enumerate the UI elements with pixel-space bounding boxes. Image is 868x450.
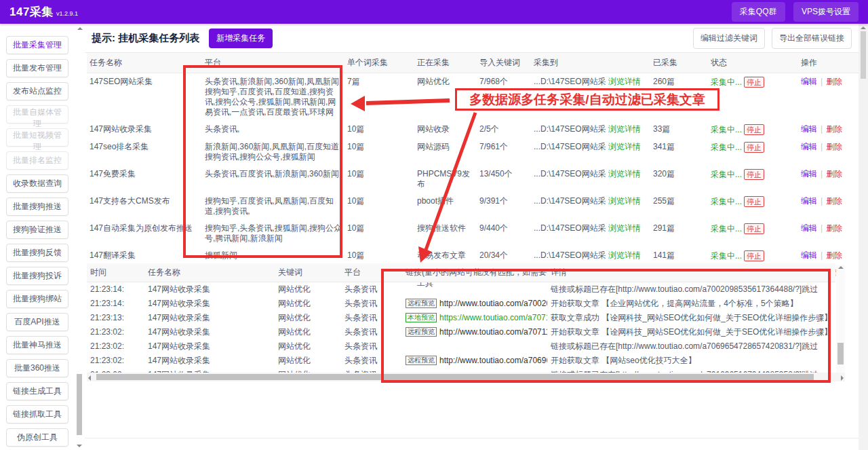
edit-link[interactable]: 编辑 [801, 124, 817, 134]
log-platform: 头条资讯 [341, 339, 402, 354]
task-imported-keywords: 9/440个 [477, 220, 531, 247]
task-collect-to: ...D:\147SEO网站采 浏览详情 [531, 166, 650, 193]
sidebar-item[interactable]: 批量发布管理 [6, 59, 68, 77]
log-detail: 链接或标题已存在[http://www.toutiao.com/a7069654… [547, 339, 835, 354]
edit-link[interactable]: 编辑 [801, 250, 817, 260]
sidebar-item[interactable]: 百度API推送 [6, 313, 68, 331]
page-scrollbar[interactable] [859, 24, 868, 450]
column-header: 平台 [202, 53, 344, 73]
stop-button[interactable]: 停止 [744, 77, 764, 88]
browse-details-link[interactable]: 浏览详情 [608, 77, 641, 86]
status-running-label: 采集中... [711, 251, 742, 261]
column-header: 单个词采集 [344, 53, 414, 73]
remote-preview-badge[interactable]: 远程预览 [406, 299, 437, 308]
log-time: 21:23:13: [87, 311, 144, 325]
task-name: 147网站收录采集 [87, 121, 202, 138]
task-per-word-count: 10篇 [344, 121, 414, 138]
scroll-up-icon[interactable] [861, 26, 866, 29]
local-preview-badge[interactable]: 本地预览 [406, 313, 437, 322]
sidebar-item[interactable]: 批量采集管理 [6, 36, 68, 54]
log-link-cell: 本地预览https://www.toutiao.com/a70711226371… [402, 311, 547, 325]
delete-link[interactable]: 删除 [826, 169, 842, 179]
scroll-right-icon[interactable] [841, 375, 844, 381]
edit-link[interactable]: 编辑 [801, 77, 817, 86]
browse-details-link[interactable]: 浏览详情 [608, 223, 641, 233]
log-row: 21:23:02:147网站收录采集网站优化头条资讯链接或标题已存在[http:… [87, 339, 835, 354]
delete-link[interactable]: 删除 [826, 196, 842, 206]
column-header: 链接(量小的网站可能没有匹配，如需要可群内反馈增加规则) [402, 263, 547, 282]
task-per-word-count: 10篇 [344, 220, 414, 247]
sidebar-item[interactable]: 收录数据查询 [6, 174, 68, 193]
task-row: 147seo排名采集新浪新闻,360新闻,凤凰新闻,百度知道,搜狗资讯,搜狗公众… [87, 138, 859, 166]
log-vscroll-thumb[interactable] [837, 343, 844, 364]
edit-link[interactable]: 编辑 [801, 196, 817, 206]
stop-button[interactable]: 停止 [744, 169, 764, 180]
delete-link[interactable]: 删除 [826, 142, 842, 151]
remote-preview-badge[interactable]: 远程预览 [406, 356, 437, 365]
sidebar-item[interactable]: 批量搜狗投诉 [6, 267, 68, 285]
task-collect-to: ...D:\147SEO网站采 浏览详情 [531, 73, 650, 121]
edit-filter-keywords-button[interactable]: 编辑过滤关键词 [693, 28, 765, 49]
column-header: 平台 [341, 263, 402, 282]
qq-group-button[interactable]: 采集QQ群 [732, 2, 785, 22]
browse-details-link[interactable]: 浏览详情 [608, 142, 641, 151]
delete-link[interactable]: 删除 [826, 223, 842, 233]
status-running-label: 采集中... [711, 125, 742, 134]
task-row: 147支持各大CMS发布搜狗知乎,百度资讯,凤凰新闻,百度知道,搜狗资讯,10篇… [87, 193, 859, 220]
scroll-left-icon[interactable] [88, 375, 91, 381]
page-scrollbar-thumb[interactable] [861, 31, 866, 79]
delete-link[interactable]: 删除 [826, 250, 842, 260]
log-hscroll-thumb[interactable] [96, 374, 814, 380]
edit-link[interactable]: 编辑 [801, 169, 817, 179]
edit-link[interactable]: 编辑 [801, 142, 817, 151]
log-time: 21:23:14: [87, 282, 144, 297]
delete-link[interactable]: 删除 [826, 124, 842, 134]
log-vertical-scrollbar[interactable] [836, 265, 845, 380]
log-link[interactable]: http://www.toutiao.com/a7002098535617364… [439, 299, 547, 308]
sidebar-item[interactable]: 伪原创工具 [6, 428, 68, 447]
sidebar-item[interactable]: 批量360推送 [6, 359, 68, 377]
task-platforms: 新浪新闻,360新闻,凤凰新闻,百度知道,搜狗资讯,搜狗公众号,搜狐新闻 [202, 138, 344, 166]
stop-button[interactable]: 停止 [744, 250, 764, 261]
scroll-up-icon[interactable] [838, 266, 844, 269]
sidebar-scrollbar[interactable] [75, 26, 84, 450]
stop-button[interactable]: 停止 [744, 196, 764, 207]
stop-button[interactable]: 停止 [744, 124, 764, 135]
browse-details-link[interactable]: 浏览详情 [608, 169, 641, 179]
task-per-word-count: 10篇 [344, 166, 414, 193]
log-link[interactable]: https://www.toutiao.com/a707112263715771… [439, 313, 547, 322]
edit-link[interactable]: 编辑 [801, 223, 817, 233]
task-per-word-count: 10篇 [344, 193, 414, 220]
remote-preview-badge[interactable]: 远程预览 [406, 327, 437, 337]
log-link[interactable]: http://www.toutiao.com/a7069654728657420… [439, 356, 547, 365]
sidebar-item[interactable]: 批量搜狗绑站 [6, 290, 68, 308]
log-detail: 开始获取文章 【企业网站优化，提高网站流量，4个标准，5个策略】 [547, 297, 835, 311]
sidebar-item[interactable]: 搜狗验证推送 [6, 221, 68, 239]
new-task-button[interactable]: 新增采集任务 [209, 29, 273, 48]
log-link[interactable]: http://www.toutiao.com/a7071122637157712… [439, 327, 547, 337]
sidebar-item[interactable]: 批量搜狗反馈 [6, 244, 68, 262]
browse-details-link[interactable]: 浏览详情 [608, 196, 641, 206]
sidebar-item[interactable]: 批量搜狗推送 [6, 198, 68, 216]
scroll-up-icon[interactable] [77, 27, 83, 30]
delete-link[interactable]: 删除 [826, 77, 842, 86]
task-actions: 编辑|删除 [798, 166, 859, 193]
log-keyword: 网站优化 [275, 282, 341, 297]
sidebar-item[interactable]: 发布站点监控 [6, 82, 68, 100]
task-status: 采集中...停止 [708, 220, 798, 247]
log-horizontal-scrollbar[interactable] [87, 373, 845, 381]
scroll-down-icon[interactable] [77, 445, 82, 447]
sidebar-scrollbar-thumb[interactable] [77, 374, 82, 435]
export-error-links-button[interactable]: 导出全部错误链接 [772, 28, 852, 49]
browse-details-link[interactable]: 浏览详情 [608, 250, 641, 260]
sidebar-item[interactable]: 链接抓取工具 [6, 405, 68, 424]
action-separator: | [821, 223, 823, 233]
task-collected-count: 291篇 [650, 220, 708, 247]
stop-button[interactable]: 停止 [744, 142, 764, 153]
browse-details-link[interactable]: 浏览详情 [608, 124, 641, 134]
log-link-cell [402, 282, 547, 297]
vps-settings-button[interactable]: VPS拨号设置 [793, 2, 859, 22]
stop-button[interactable]: 停止 [744, 223, 764, 234]
sidebar-item[interactable]: 批量神马推送 [6, 336, 68, 354]
sidebar-item[interactable]: 链接生成工具 [6, 382, 68, 400]
